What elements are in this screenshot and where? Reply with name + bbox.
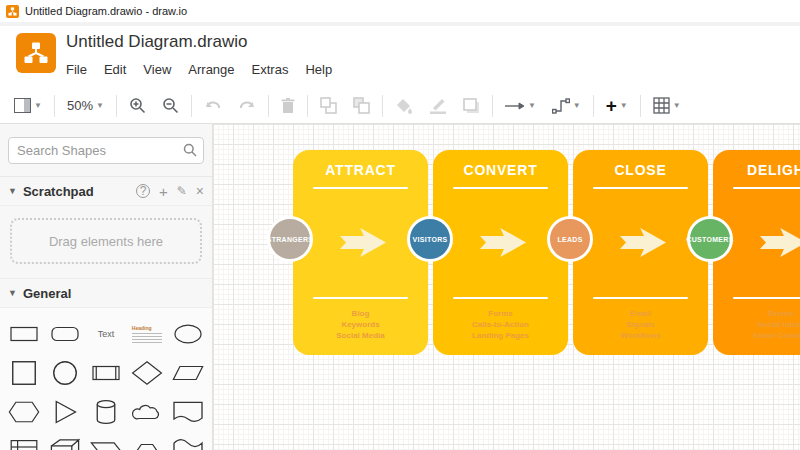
- shape-rounded-rectangle[interactable]: [45, 316, 86, 351]
- undo-icon: [204, 99, 222, 113]
- fill-color-icon: [395, 98, 413, 114]
- shape-ellipse[interactable]: [167, 316, 208, 351]
- to-back-button[interactable]: [345, 92, 378, 120]
- shape-square[interactable]: [4, 355, 45, 390]
- shape-internal-storage[interactable]: [4, 433, 45, 450]
- persona-customers[interactable]: CUSTOMERS: [687, 216, 733, 262]
- toolbar-separator: [640, 95, 641, 117]
- stage-item: Signals: [620, 319, 660, 330]
- insert-button[interactable]: + ▼: [598, 92, 636, 120]
- shape-text[interactable]: Text: [86, 316, 127, 351]
- redo-button[interactable]: [230, 92, 264, 120]
- document-title: Untitled Diagram.drawio: [66, 32, 247, 52]
- shape-cylinder[interactable]: [86, 394, 127, 429]
- persona-visitors[interactable]: VISITORS: [407, 216, 453, 262]
- diagram-canvas[interactable]: ATTRACTBlogKeywordsSocial MediaCONVERTFo…: [213, 124, 800, 450]
- header-divider: [0, 22, 800, 26]
- shape-parallelogram[interactable]: [167, 355, 208, 390]
- trash-icon: [281, 98, 295, 114]
- toolbar-separator: [593, 95, 594, 117]
- chevron-down-icon: ▼: [96, 102, 104, 110]
- table-button[interactable]: ▼: [645, 92, 689, 120]
- menu-arrange[interactable]: Arrange: [188, 62, 234, 77]
- stage-item: Blog: [336, 308, 384, 319]
- stage-item: Forms: [472, 308, 529, 319]
- toolbar-separator: [54, 95, 55, 117]
- chevron-down-icon: ▼: [573, 102, 581, 110]
- scratchpad-add-icon[interactable]: +: [159, 184, 168, 199]
- shape-tape[interactable]: [167, 433, 208, 450]
- general-section-header[interactable]: ▼ General: [0, 279, 212, 308]
- stage-title: ATTRACT: [325, 162, 396, 178]
- line-color-icon: [429, 98, 447, 114]
- shape-palette: TextHeading: [0, 308, 212, 450]
- chevron-down-icon: ▼: [673, 102, 681, 110]
- stage-divider: [313, 297, 408, 299]
- scratchpad-section-header[interactable]: ▼ Scratchpad ? + ✎ ×: [0, 177, 212, 206]
- window-titlebar: Untitled Diagram.drawio - draw.io: [0, 0, 800, 22]
- chevron-down-icon: ▼: [620, 102, 628, 110]
- waypoints-icon: [552, 98, 570, 114]
- stage-item: Smart Content: [753, 330, 800, 341]
- menu-extras[interactable]: Extras: [252, 62, 289, 77]
- table-icon: [653, 97, 670, 114]
- shape-diamond[interactable]: [126, 355, 167, 390]
- stage-divider: [453, 187, 548, 189]
- shape-rectangle[interactable]: [4, 316, 45, 351]
- stage-close[interactable]: CLOSEEmailSignalsWorkflows: [573, 150, 708, 355]
- stage-items: FormsCalls-to-ActionLanding Pages: [472, 308, 529, 341]
- shape-triangle[interactable]: [45, 394, 86, 429]
- zoom-level-dropdown[interactable]: 50% ▼: [59, 92, 112, 120]
- shape-process[interactable]: [86, 355, 127, 390]
- line-color-button[interactable]: [421, 92, 455, 120]
- format-panel-button[interactable]: ▼: [6, 92, 50, 120]
- delete-button[interactable]: [273, 92, 303, 120]
- shape-trapezoid[interactable]: [126, 433, 167, 450]
- stage-divider: [593, 297, 688, 299]
- search-icon: [183, 143, 197, 157]
- shape-document[interactable]: [167, 394, 208, 429]
- shape-hexagon[interactable]: [4, 394, 45, 429]
- stage-divider: [453, 297, 548, 299]
- stage-item: Calls-to-Action: [472, 319, 529, 330]
- scratchpad-edit-icon[interactable]: ✎: [177, 185, 187, 197]
- shadow-button[interactable]: [455, 92, 488, 120]
- scratchpad-close-icon[interactable]: ×: [196, 184, 204, 198]
- shape-cloud[interactable]: [126, 394, 167, 429]
- shadow-icon: [463, 98, 480, 114]
- waypoint-style-button[interactable]: ▼: [544, 92, 589, 120]
- chevron-down-icon: ▼: [8, 186, 17, 196]
- general-title: General: [23, 286, 204, 301]
- stage-divider: [313, 187, 408, 189]
- menu-file[interactable]: File: [66, 62, 87, 77]
- format-panel-icon: [14, 98, 31, 113]
- undo-button[interactable]: [196, 92, 230, 120]
- menu-edit[interactable]: Edit: [104, 62, 126, 77]
- menu-view[interactable]: View: [143, 62, 171, 77]
- to-front-button[interactable]: [312, 92, 345, 120]
- search-input[interactable]: [8, 137, 204, 164]
- persona-label: CUSTOMERS: [686, 236, 733, 243]
- shape-circle[interactable]: [45, 355, 86, 390]
- chevron-down-icon: ▼: [34, 102, 42, 110]
- menu-help[interactable]: Help: [305, 62, 332, 77]
- shape-heading[interactable]: Heading: [126, 316, 167, 351]
- scratchpad-help-icon[interactable]: ?: [136, 184, 150, 198]
- zoom-out-button[interactable]: [154, 92, 187, 120]
- stage-convert[interactable]: CONVERTFormsCalls-to-ActionLanding Pages: [433, 150, 568, 355]
- drawio-favicon: [6, 5, 19, 18]
- toolbar-separator: [191, 95, 192, 117]
- app-header: Untitled Diagram.drawio FileEditViewArra…: [0, 22, 800, 88]
- connection-style-button[interactable]: ▼: [497, 92, 544, 120]
- zoom-in-button[interactable]: [121, 92, 154, 120]
- shape-step[interactable]: [86, 433, 127, 450]
- stage-item: Keywords: [336, 319, 384, 330]
- stage-attract[interactable]: ATTRACTBlogKeywordsSocial Media: [293, 150, 428, 355]
- fill-color-button[interactable]: [387, 92, 421, 120]
- scratchpad-dropzone[interactable]: Drag elements here: [10, 218, 202, 264]
- shape-cube[interactable]: [45, 433, 86, 450]
- redo-icon: [238, 99, 256, 113]
- toolbar-separator: [307, 95, 308, 117]
- persona-leads[interactable]: LEADS: [547, 216, 593, 262]
- persona-strangers[interactable]: STRANGERS: [267, 216, 313, 262]
